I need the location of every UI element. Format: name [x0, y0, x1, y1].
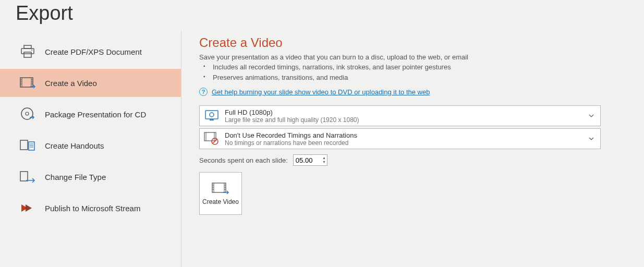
- spinner-up-icon[interactable]: ▲: [322, 156, 326, 160]
- svg-rect-16: [29, 142, 34, 150]
- svg-rect-1: [21, 48, 34, 54]
- resolution-dropdown[interactable]: Full HD (1080p) Large file size and full…: [199, 105, 601, 126]
- sidebar-item-label: Publish to Microsoft Stream: [45, 204, 140, 213]
- sidebar-item-pdf-xps[interactable]: Create PDF/XPS Document: [0, 38, 181, 66]
- create-video-button[interactable]: Create Video: [199, 172, 242, 215]
- svg-rect-15: [20, 140, 28, 150]
- video-export-icon: [20, 75, 35, 91]
- no-timings-icon: [204, 131, 220, 147]
- svg-rect-0: [24, 45, 31, 48]
- timings-dropdown[interactable]: Don't Use Recorded Timings and Narration…: [199, 128, 601, 149]
- spinner-down-icon[interactable]: ▼: [322, 160, 326, 164]
- sidebar-item-label: Create a Video: [45, 79, 97, 88]
- seconds-input[interactable]: [294, 155, 318, 165]
- video-export-icon: [212, 181, 229, 196]
- cd-icon: [20, 106, 35, 122]
- svg-rect-20: [20, 172, 28, 181]
- sidebar-item-create-handouts[interactable]: Create Handouts: [0, 131, 181, 160]
- resolution-subtitle: Large file size and full high quality (1…: [225, 116, 595, 124]
- sidebar-item-change-file-type[interactable]: Change File Type: [0, 163, 181, 191]
- page-title: Export: [0, 3, 644, 23]
- feature-list: Includes all recorded timings, narration…: [199, 62, 623, 82]
- sidebar-item-label: Package Presentation for CD: [45, 110, 146, 119]
- sidebar-item-package-cd[interactable]: Package Presentation for CD: [0, 100, 181, 128]
- svg-rect-21: [205, 111, 218, 119]
- printer-icon: [20, 44, 35, 59]
- chevron-down-icon: [589, 137, 594, 140]
- sidebar-item-label: Create PDF/XPS Document: [45, 47, 142, 56]
- sidebar-item-label: Create Handouts: [45, 141, 104, 150]
- resolution-title: Full HD (1080p): [225, 108, 595, 116]
- export-sidebar: Create PDF/XPS Document Create a Video P…: [0, 30, 181, 267]
- svg-line-28: [213, 139, 217, 143]
- svg-point-14: [26, 112, 29, 115]
- chevron-down-icon: [589, 114, 594, 117]
- help-icon: ?: [199, 88, 208, 96]
- svg-rect-4: [20, 78, 33, 87]
- stream-icon: [20, 200, 35, 216]
- svg-rect-2: [24, 52, 31, 57]
- handouts-icon: [20, 138, 35, 153]
- change-file-icon: [20, 169, 35, 185]
- svg-rect-23: [210, 119, 214, 120]
- timings-subtitle: No timings or narrations have been recor…: [225, 139, 595, 147]
- seconds-spinner[interactable]: ▲ ▼: [293, 154, 327, 166]
- seconds-label: Seconds spent on each slide:: [199, 156, 288, 164]
- sidebar-item-create-video[interactable]: Create a Video: [0, 69, 181, 97]
- sidebar-item-label: Change File Type: [45, 173, 106, 181]
- feature-item: Includes all recorded timings, narration…: [203, 62, 623, 72]
- sidebar-item-publish-stream[interactable]: Publish to Microsoft Stream: [0, 194, 181, 222]
- section-title: Create a Video: [199, 35, 623, 50]
- svg-rect-29: [212, 183, 226, 192]
- monitor-icon: [204, 108, 220, 124]
- svg-point-22: [210, 113, 214, 117]
- create-video-button-label: Create Video: [202, 198, 239, 205]
- section-description: Save your presentation as a video that y…: [199, 53, 623, 61]
- help-link[interactable]: Get help burning your slide show video t…: [212, 88, 430, 96]
- svg-point-3: [31, 50, 32, 51]
- main-panel: Create a Video Save your presentation as…: [181, 30, 644, 267]
- timings-title: Don't Use Recorded Timings and Narration…: [225, 131, 595, 139]
- feature-item: Preserves animations, transitions, and m…: [203, 72, 623, 83]
